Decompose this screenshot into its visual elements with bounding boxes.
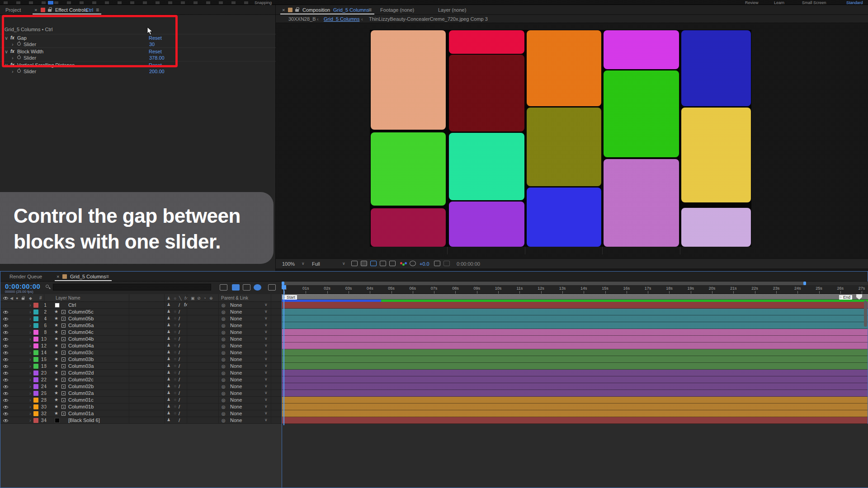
layer-duration-bar[interactable]: [282, 302, 868, 309]
shy-icon[interactable]: ★: [54, 350, 58, 355]
layer-row[interactable]: ›24★Column02b♟☼/◎None∨: [0, 383, 282, 390]
quality-switch[interactable]: /: [179, 363, 180, 369]
rasterize-icon[interactable]: [61, 357, 66, 361]
collapse-switch[interactable]: ♟: [167, 350, 170, 354]
effects-switch[interactable]: ☼: [173, 411, 177, 415]
layer-duration-bar[interactable]: [282, 336, 868, 343]
chevron-down-icon[interactable]: ∨: [264, 370, 268, 375]
chevron-down-icon[interactable]: ∨: [264, 390, 268, 395]
rasterize-icon[interactable]: [61, 337, 66, 341]
shy-icon[interactable]: ★: [54, 377, 58, 382]
shy-icon[interactable]: ★: [54, 336, 58, 341]
twirl-icon[interactable]: ›: [12, 69, 14, 74]
quality-switch[interactable]: /: [179, 377, 180, 382]
shy-layers-icon[interactable]: [243, 284, 250, 291]
layer-duration-bar[interactable]: [282, 343, 868, 349]
layer-name[interactable]: Column02c: [68, 377, 94, 382]
video-visibility-icon[interactable]: [3, 310, 8, 314]
navigator-start-handle[interactable]: [282, 282, 284, 285]
magnification-select[interactable]: 100%: [282, 261, 295, 267]
layer-name[interactable]: Column05b: [68, 316, 94, 321]
chevron-down-icon[interactable]: ∨: [264, 411, 268, 415]
layer-label-chip[interactable]: [33, 323, 38, 328]
layer-row[interactable]: ›28★Column01c♟☼/◎None∨: [0, 397, 282, 404]
tab-layer[interactable]: Layer (none): [438, 7, 466, 13]
chevron-down-icon[interactable]: ∨: [264, 302, 268, 307]
panel-menu-icon[interactable]: ≡: [96, 7, 99, 13]
parent-pickwhip-icon[interactable]: ◎: [222, 391, 226, 396]
tab-footage[interactable]: Footage (none): [380, 7, 414, 13]
parent-pickwhip-icon[interactable]: ◎: [222, 330, 226, 335]
region-of-interest-icon[interactable]: [389, 261, 396, 266]
layer-label-chip[interactable]: [33, 411, 38, 416]
parent-pickwhip-icon[interactable]: ◎: [222, 350, 226, 355]
layer-row[interactable]: ›4★Column05b♟☼/◎None∨: [0, 315, 282, 322]
video-visibility-icon[interactable]: [3, 357, 8, 361]
layer-duration-bar[interactable]: [282, 309, 868, 315]
grid-guides-icon[interactable]: [370, 261, 377, 266]
video-visibility-icon[interactable]: [3, 398, 8, 402]
effects-switch[interactable]: ☼: [173, 336, 177, 341]
expand-arrow-icon[interactable]: ›: [29, 336, 31, 342]
layer-row[interactable]: ›26★Column02a♟☼/◎None∨: [0, 390, 282, 397]
quality-switch[interactable]: /: [179, 390, 180, 396]
layer-name[interactable]: Column02b: [68, 384, 94, 389]
show-snapshot-icon[interactable]: [443, 261, 450, 266]
layer-duration-bar[interactable]: [282, 322, 868, 329]
expand-arrow-icon[interactable]: ›: [29, 323, 31, 328]
layer-duration-bar[interactable]: [282, 397, 868, 404]
layer-name-header[interactable]: Layer Name: [56, 296, 80, 300]
comp-marker-start[interactable]: Start: [283, 295, 297, 300]
time-navigator[interactable]: [282, 282, 868, 285]
quality-switch[interactable]: /: [179, 323, 180, 328]
layer-row[interactable]: ›32★Column01a♟☼/◎None∨: [0, 410, 282, 417]
mask-visibility-icon[interactable]: [380, 261, 386, 266]
effects-switch[interactable]: ☼: [173, 377, 177, 381]
layer-label-chip[interactable]: [33, 364, 38, 369]
layer-name[interactable]: Column04b: [68, 336, 94, 342]
parent-link-header[interactable]: Parent & Link: [221, 296, 248, 300]
slider-value[interactable]: 200.00: [149, 69, 165, 74]
layer-duration-bar[interactable]: [282, 410, 868, 417]
tab-composition-name[interactable]: Grid_5 Columns: [333, 7, 369, 13]
quality-switch[interactable]: /: [179, 370, 180, 375]
quality-switch[interactable]: /: [179, 343, 180, 348]
video-visibility-icon[interactable]: [3, 343, 8, 348]
chevron-down-icon[interactable]: ∨: [264, 336, 268, 341]
parent-dropdown[interactable]: None: [230, 377, 242, 382]
layer-duration-bar[interactable]: [282, 363, 868, 370]
quality-switch[interactable]: /: [179, 302, 180, 308]
chevron-down-icon[interactable]: ∨: [264, 323, 268, 327]
shy-icon[interactable]: ★: [54, 316, 58, 321]
collapse-switch[interactable]: ♟: [167, 343, 170, 347]
rasterize-icon[interactable]: [61, 344, 66, 348]
workspace-learn[interactable]: Learn: [774, 0, 784, 5]
work-area-bar[interactable]: Start End: [282, 294, 868, 300]
layer-name[interactable]: Ctrl: [68, 302, 76, 308]
draft-3d-icon[interactable]: [232, 284, 240, 291]
parent-pickwhip-icon[interactable]: ◎: [222, 371, 226, 375]
parent-dropdown[interactable]: None: [230, 309, 242, 314]
rasterize-icon[interactable]: [61, 324, 66, 328]
expand-arrow-icon[interactable]: ›: [29, 390, 31, 396]
parent-pickwhip-icon[interactable]: ◎: [222, 364, 226, 369]
shy-icon[interactable]: ★: [54, 384, 58, 389]
parent-pickwhip-icon[interactable]: ◎: [222, 357, 226, 362]
comp-marker-end[interactable]: End: [839, 295, 852, 300]
graph-editor-icon[interactable]: [268, 284, 276, 291]
tab-effect-controls-target[interactable]: Ctrl: [85, 7, 93, 13]
collapse-switch[interactable]: ♟: [167, 384, 170, 388]
chevron-down-icon[interactable]: ∨: [264, 377, 268, 381]
parent-pickwhip-icon[interactable]: ◎: [222, 323, 226, 328]
rasterize-icon[interactable]: [61, 330, 66, 334]
shy-icon[interactable]: ★: [54, 411, 58, 416]
toolbar-icons[interactable]: [4, 1, 250, 4]
breadcrumb-leaf[interactable]: ThinLizzyBeauty-ConcealerCreme_720x.jpeg…: [369, 16, 488, 22]
expand-arrow-icon[interactable]: ›: [29, 357, 31, 362]
layer-label-chip[interactable]: [33, 303, 38, 308]
video-visibility-icon[interactable]: [3, 377, 8, 382]
close-icon[interactable]: ×: [34, 7, 37, 13]
rasterize-icon[interactable]: [61, 364, 66, 368]
layer-row[interactable]: ›6★Column05a♟☼/◎None∨: [0, 322, 282, 329]
layer-row[interactable]: ›18★Column03a♟☼/◎None∨: [0, 363, 282, 370]
